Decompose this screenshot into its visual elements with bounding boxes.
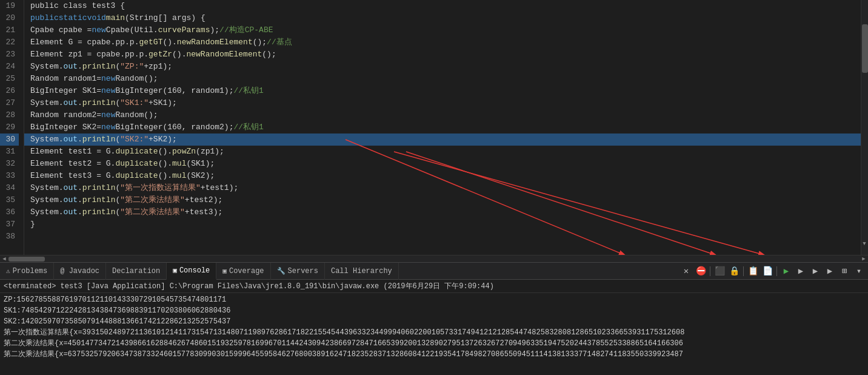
code-line-29: BigInteger SK2= new BigInteger(160, rand… xyxy=(24,121,861,133)
tab-console-label: Console xyxy=(179,266,210,275)
tab-servers[interactable]: 🔧 Servers xyxy=(271,263,325,280)
line-numbers: 1920212223242526272829303132333435363738 xyxy=(0,0,24,255)
panel-btn[interactable]: ⊞ xyxy=(838,265,851,278)
line-number-29: 29 xyxy=(0,121,19,133)
code-line-34: System.out.println("第一次指数运算结果"+test1); xyxy=(24,182,861,194)
tab-coverage[interactable]: ▣ Coverage xyxy=(216,263,270,280)
remove-btn[interactable]: ⛔ xyxy=(694,265,707,278)
console-toolbar: ✕ ⛔ ⬛ 🔒 📋 📄 ▶ ▶ ▶ ▶ ⊞ ▾ xyxy=(679,265,868,278)
console-line-0: ZP:1562785588761970112110143330729105457… xyxy=(4,294,864,305)
terminate-btn[interactable]: ✕ xyxy=(679,265,693,278)
console-output[interactable]: ZP:1562785588761970112110143330729105457… xyxy=(0,293,868,375)
tab-coverage-label: Coverage xyxy=(229,267,264,275)
code-line-33: Element test3 = G.duplicate().mul(SK2); xyxy=(24,170,861,182)
toolbar-sep1 xyxy=(710,266,710,276)
tab-declaration[interactable]: Declaration xyxy=(106,263,167,280)
line-number-30: 30 xyxy=(0,133,19,146)
code-line-36: System.out.println("第二次乘法结果"+test3); xyxy=(24,206,861,218)
problems-icon: ⚠ xyxy=(6,267,10,275)
code-line-21: Cpabe cpabe = new Cpabe(Util.curveParams… xyxy=(24,24,861,36)
paste-btn[interactable]: 📄 xyxy=(761,265,774,278)
code-line-31: Element test1 = G.duplicate().powZn(zp1)… xyxy=(24,146,861,158)
tab-problems-label: Problems xyxy=(13,267,48,275)
line-number-23: 23 xyxy=(0,49,19,61)
scroll-lock-btn[interactable]: 🔒 xyxy=(727,265,741,278)
line-number-31: 31 xyxy=(0,146,19,158)
code-line-28: Random random2=new Random(); xyxy=(24,109,861,121)
console-header-text: <terminated> test3 [Java Application] C:… xyxy=(4,282,494,291)
line-number-37: 37 xyxy=(0,218,19,231)
code-line-19: public class test3 { xyxy=(24,0,861,12)
console-line-5: 第二次乘法结果{x=637532579206347387332460157783… xyxy=(4,349,864,360)
collapse-btn[interactable]: ▾ xyxy=(852,265,866,278)
code-line-32: Element test2 = G.duplicate().mul(SK1); xyxy=(24,158,861,170)
tab-servers-label: Servers xyxy=(288,267,318,275)
tab-declaration-label: Declaration xyxy=(112,267,160,275)
tab-console[interactable]: ▣ Console xyxy=(167,263,216,280)
line-number-25: 25 xyxy=(0,73,19,85)
code-line-38 xyxy=(24,231,861,243)
console-line-1: SK1:748542971222428134384736988391170203… xyxy=(4,305,864,316)
tabs-bar: ⚠ Problems @ Javadoc Declaration ▣ Conso… xyxy=(0,263,868,280)
line-number-33: 33 xyxy=(0,170,19,182)
code-content[interactable]: public class test3 { public static void … xyxy=(24,0,861,255)
hscroll-right-btn[interactable]: ▶ xyxy=(860,255,868,263)
hscroll-left-btn[interactable]: ◀ xyxy=(0,255,8,263)
code-line-20: public static void main(String[] args) { xyxy=(24,12,861,24)
run2-btn[interactable]: ▶ xyxy=(794,265,807,278)
code-line-30: System.out.println("SK2:"+SK2); xyxy=(24,133,861,146)
code-line-23: Element zp1 = cpabe.pp.p.getZr().newRand… xyxy=(24,49,861,61)
tab-problems[interactable]: ⚠ Problems xyxy=(0,263,54,280)
run3-btn[interactable]: ▶ xyxy=(809,265,822,278)
line-number-35: 35 xyxy=(0,194,19,206)
line-number-28: 28 xyxy=(0,109,19,121)
copy-btn[interactable]: 📋 xyxy=(746,265,760,278)
code-editor: 1920212223242526272829303132333435363738… xyxy=(0,0,868,255)
bottom-panel: ⚠ Problems @ Javadoc Declaration ▣ Conso… xyxy=(0,262,868,375)
servers-icon: 🔧 xyxy=(277,267,285,275)
scroll-down-arrow[interactable]: ▼ xyxy=(861,240,868,248)
console-header: <terminated> test3 [Java Application] C:… xyxy=(0,280,868,293)
horizontal-scrollbar[interactable]: ◀ ▶ xyxy=(0,255,868,262)
tab-javadoc-label: @ Javadoc xyxy=(60,267,99,275)
line-number-32: 32 xyxy=(0,158,19,170)
line-number-21: 21 xyxy=(0,24,19,36)
code-line-37: } xyxy=(24,218,861,231)
line-number-24: 24 xyxy=(0,61,19,73)
code-line-22: Element G = cpabe.pp.p.getGT().newRandom… xyxy=(24,36,861,49)
hscroll-thumb[interactable] xyxy=(8,257,45,262)
line-number-27: 27 xyxy=(0,97,19,109)
coverage-icon: ▣ xyxy=(222,267,227,275)
console-icon: ▣ xyxy=(173,266,177,274)
toolbar-sep2 xyxy=(743,266,744,276)
line-number-34: 34 xyxy=(0,182,19,194)
code-line-27: System.out.println("SK1:"+SK1); xyxy=(24,97,861,109)
console-line-2: SK2:142025970735850791448881366174212286… xyxy=(4,316,864,327)
console-line-4: 第二次乘法结果{x=450147734721439866162884626748… xyxy=(4,338,864,349)
line-number-20: 20 xyxy=(0,12,19,24)
clear-btn[interactable]: ⬛ xyxy=(713,265,726,278)
console-line-3: 第一次指数运算结果{x=3931502489721136101214117315… xyxy=(4,327,864,338)
tab-callhierarchy[interactable]: Call Hierarchy xyxy=(325,263,399,280)
hscroll-track[interactable] xyxy=(8,255,860,263)
code-line-26: BigInteger SK1= new BigInteger(160, rand… xyxy=(24,85,861,97)
line-number-38: 38 xyxy=(0,231,19,243)
line-number-36: 36 xyxy=(0,206,19,218)
tab-callhierarchy-label: Call Hierarchy xyxy=(331,267,392,275)
code-line-24: System.out.println("ZP:"+zp1); xyxy=(24,61,861,73)
run4-btn[interactable]: ▶ xyxy=(823,265,836,278)
run-btn[interactable]: ▶ xyxy=(780,265,793,278)
vertical-scrollbar[interactable]: ▼ xyxy=(861,0,868,255)
line-number-19: 19 xyxy=(0,0,19,12)
line-number-26: 26 xyxy=(0,85,19,97)
toolbar-sep3 xyxy=(776,266,777,276)
tab-javadoc[interactable]: @ Javadoc xyxy=(54,263,106,280)
code-line-25: Random random1=new Random(); xyxy=(24,73,861,85)
line-number-22: 22 xyxy=(0,36,19,49)
code-line-35: System.out.println("第二次乘法结果"+test2); xyxy=(24,194,861,206)
scroll-thumb[interactable] xyxy=(862,24,868,73)
